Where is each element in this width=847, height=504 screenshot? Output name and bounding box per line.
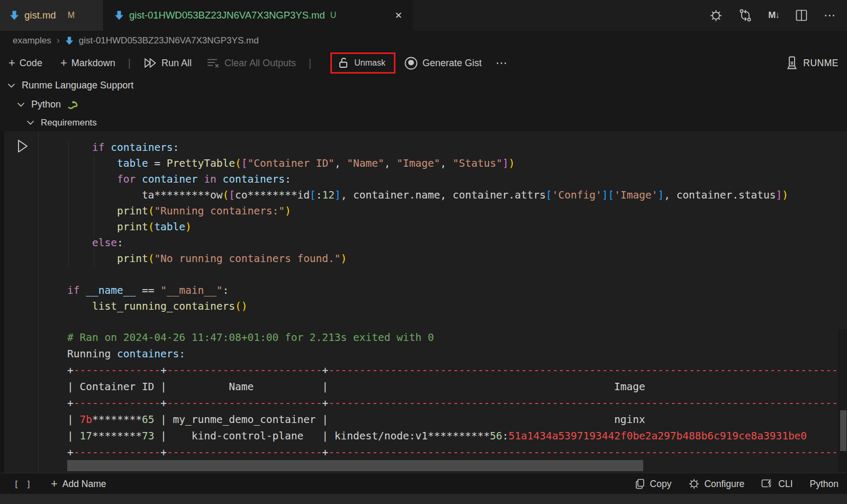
run-cell-button[interactable] (16, 139, 29, 154)
generate-gist-label: Generate Gist (422, 58, 482, 69)
vertical-scrollbar[interactable] (840, 410, 846, 451)
configure-button[interactable]: Configure (688, 478, 744, 490)
breadcrumb-folder[interactable]: examples (13, 35, 51, 46)
clear-all-outputs-icon (206, 57, 220, 69)
code-line: for container in containers: (67, 172, 788, 187)
cell-output: # Ran on 2024-04-26 11:47:08+01:00 for 2… (67, 329, 838, 462)
tab-label: gist.md (24, 10, 56, 21)
scrollbar-gutter (838, 329, 847, 473)
breadcrumb-separator: › (57, 35, 60, 46)
outline-item-requirements[interactable]: Requirements (26, 114, 97, 131)
code-line: ta*********ow([co********id[:12], contai… (67, 187, 788, 203)
code-line: +--------------+------------------------… (67, 395, 838, 411)
toolbar-separator: | (128, 57, 131, 69)
github-icon (404, 56, 418, 70)
run-all-icon (143, 57, 157, 69)
code-line: print("No running containers found.") (67, 251, 788, 267)
code-line: if containers: (67, 140, 788, 156)
notebook-cell: if containers: table = PrettyTable(["Con… (0, 131, 847, 473)
editor-tab-bar: gist.md M gist-01HWD053BZ23JN6VA7X3NGP3Y… (0, 0, 847, 31)
cell-code-editor[interactable]: if containers: table = PrettyTable(["Con… (67, 140, 788, 314)
chevron-down-icon (7, 83, 15, 88)
copy-button[interactable]: Copy (634, 478, 672, 490)
tab-gist-md[interactable]: gist.md M (0, 0, 104, 31)
split-editor-icon[interactable] (795, 9, 808, 22)
gear-icon[interactable] (709, 9, 723, 22)
add-name-button[interactable]: + Add Name (51, 473, 106, 494)
language-label: Python (810, 479, 839, 490)
generate-gist-button[interactable]: Generate Gist (404, 56, 482, 70)
cell-focus-strip (0, 131, 4, 473)
code-line: list_running_containers() (67, 299, 788, 314)
code-line: print("Running containers:") (67, 203, 788, 219)
add-markdown-label: Markdown (71, 58, 115, 69)
cli-label: CLI (778, 479, 792, 490)
run-all-button[interactable]: Run All (143, 57, 192, 69)
markdown-preview-icon[interactable]: M↓ (768, 10, 779, 21)
tab-label: gist-01HWD053BZ23JN6VA7X3NGP3YS.md (129, 10, 325, 21)
outline-item-python[interactable]: Python (17, 95, 79, 114)
gear-icon (688, 478, 700, 490)
add-name-label: Add Name (62, 479, 106, 490)
outline-label: Runme Language Support (22, 80, 133, 91)
horizontal-scrollbar[interactable] (67, 460, 643, 471)
plus-icon: + (51, 477, 58, 491)
toolbar-separator: | (309, 57, 311, 69)
add-code-button[interactable]: + Code (8, 57, 42, 69)
outline-label: Requirements (41, 118, 97, 128)
language-selector[interactable]: Python (810, 479, 839, 490)
run-all-label: Run All (161, 58, 192, 69)
outline-label: Python (31, 99, 61, 110)
markdown-file-icon (65, 36, 74, 46)
breadcrumb-file[interactable]: gist-01HWD053BZ23JN6VA7X3NGP3YS.md (79, 35, 259, 46)
tab-gist-generated-md[interactable]: gist-01HWD053BZ23JN6VA7X3NGP3YS.md U ✕ (104, 0, 413, 31)
runme-logo-icon (786, 56, 798, 70)
code-line: else: (67, 235, 788, 251)
editor-actions: M↓ ⋯ (709, 0, 836, 31)
breadcrumb[interactable]: examples › gist-01HWD053BZ23JN6VA7X3NGP3… (13, 31, 259, 50)
notebook-header: examples › gist-01HWD053BZ23JN6VA7X3NGP3… (0, 31, 847, 131)
code-line: print(table) (67, 219, 788, 235)
plus-icon: + (60, 57, 67, 69)
runme-brand: RUNME (786, 56, 839, 70)
cell-status-actions: Copy Configure CLI (634, 473, 839, 494)
unmask-button-highlighted[interactable]: Unmask (330, 52, 395, 74)
close-icon[interactable]: ✕ (393, 9, 404, 22)
snake-icon (67, 99, 79, 110)
notebook-toolbar: + Code + Markdown | Run All Clear All O (8, 50, 839, 76)
outline-item-runme-language-support[interactable]: Runme Language Support (7, 76, 133, 95)
clear-all-outputs-label: Clear All Outputs (224, 58, 296, 69)
cell-status-bar: [ ] + Add Name Copy (0, 473, 847, 494)
cli-terminal-icon (761, 478, 774, 490)
code-line: table = PrettyTable(["Container ID", "Na… (67, 156, 788, 172)
code-line (67, 267, 788, 283)
copy-icon (634, 478, 646, 490)
git-untracked-badge: U (330, 11, 337, 20)
cli-button[interactable]: CLI (761, 478, 792, 490)
code-line: +--------------+------------------------… (67, 444, 838, 461)
vscode-runme-notebook: { "glyphs": { "plus": "+", "pipe": "|", … (0, 0, 847, 504)
unlock-icon (338, 57, 349, 69)
plus-icon: + (8, 57, 15, 69)
configure-label: Configure (704, 479, 744, 490)
code-line: Running containers: (67, 346, 838, 362)
markdown-file-icon (10, 10, 19, 21)
code-line: # Ran on 2024-04-26 11:47:08+01:00 for 2… (67, 329, 838, 346)
notebook-background-strip (0, 494, 847, 504)
chevron-down-icon (17, 102, 25, 107)
markdown-file-icon (114, 10, 124, 21)
source-control-compare-icon[interactable] (738, 8, 752, 22)
chevron-down-icon (26, 120, 34, 125)
cell-state-indicator: [ ] (14, 473, 32, 494)
add-markdown-button[interactable]: + Markdown (60, 57, 115, 69)
code-line: +--------------+------------------------… (67, 362, 838, 379)
code-line: | 17********73 | kind-control-plane | ki… (67, 428, 838, 444)
clear-all-outputs-button[interactable]: Clear All Outputs (206, 57, 296, 69)
add-code-label: Code (20, 58, 42, 69)
unmask-label: Unmask (354, 58, 385, 68)
code-line: if __name__ == "__main__": (67, 283, 788, 299)
more-actions-icon[interactable]: ⋯ (824, 8, 836, 22)
more-actions-icon[interactable]: ⋯ (495, 56, 508, 70)
code-line: | 7b********65 | my_runme_demo_container… (67, 411, 838, 428)
cell-gutter-border (38, 131, 39, 494)
